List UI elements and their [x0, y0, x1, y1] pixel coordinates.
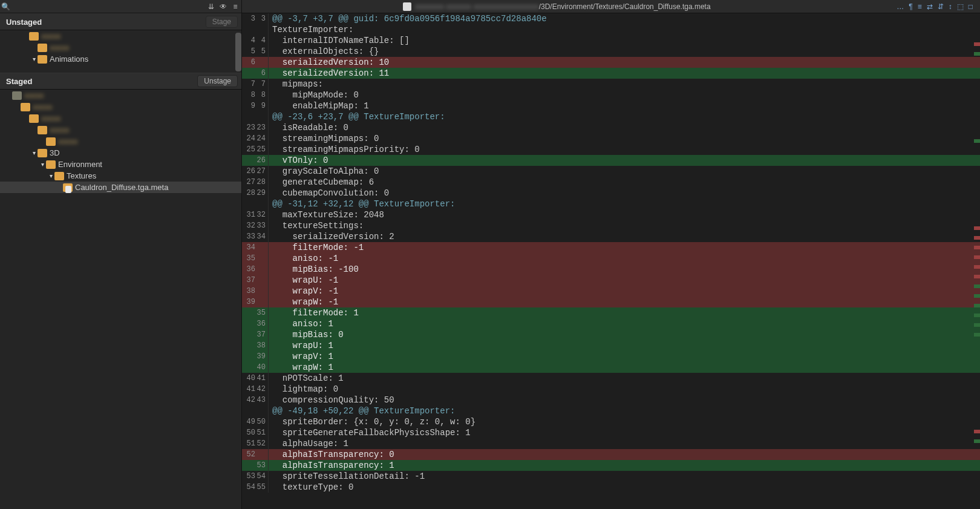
diff-line[interactable]: 4950 spriteBorder: {x: 0, y: 0, z: 0, w:…: [242, 416, 980, 427]
chevron-icon[interactable]: ▾: [47, 172, 54, 179]
toolbar-icon[interactable]: ⬚: [957, 2, 964, 11]
unstaged-scrollbar[interactable]: [235, 33, 241, 71]
toolbar-icon[interactable]: ≡: [918, 2, 922, 11]
diff-line[interactable]: 38 wrapV: -1: [242, 286, 980, 297]
toolbar-icon[interactable]: □: [969, 2, 973, 11]
toolbar-icon[interactable]: ⇵: [938, 2, 944, 11]
scroll-marker[interactable]: [974, 52, 980, 56]
scroll-marker[interactable]: [974, 265, 980, 269]
diff-line[interactable]: 5152 alphaUsage: 1: [242, 438, 980, 449]
diff-line[interactable]: @@ -31,12 +32,12 @@ TextureImporter:: [242, 199, 980, 209]
scroll-marker[interactable]: [974, 314, 980, 317]
tree-row[interactable]: ▾Environment: [0, 159, 241, 170]
tree-row[interactable]: xxxxx: [0, 113, 241, 124]
scroll-marker[interactable]: [974, 284, 980, 288]
diff-line[interactable]: 37 mipBias: 0: [242, 329, 980, 340]
toolbar-icon[interactable]: …: [897, 2, 904, 11]
scroll-marker[interactable]: [974, 333, 980, 337]
scroll-marker[interactable]: [974, 42, 980, 46]
menu-icon[interactable]: ≡: [229, 2, 241, 11]
diff-line[interactable]: 4243 compressionQuality: 50: [242, 395, 980, 406]
diff-line[interactable]: 4142 lightmap: 0: [242, 384, 980, 395]
toolbar-icon[interactable]: ⇄: [927, 2, 933, 11]
scroll-marker[interactable]: [974, 226, 980, 230]
diff-line[interactable]: 5354 spriteTessellationDetail: -1: [242, 471, 980, 482]
chevron-icon[interactable]: ▾: [30, 149, 38, 156]
scroll-marker[interactable]: [974, 275, 980, 278]
staged-tree[interactable]: xxxxxxxxxxxxxxxxxxxxxxxxx▾3D▾Environment…: [0, 90, 241, 509]
tree-row[interactable]: xxxxx: [0, 101, 241, 113]
scroll-marker[interactable]: [974, 304, 980, 307]
scroll-marker[interactable]: [974, 430, 980, 433]
chevron-icon[interactable]: ▾: [30, 56, 38, 62]
tree-row[interactable]: xxxxx: [0, 136, 241, 147]
diff-line[interactable]: 2728 generateCubemap: 6: [242, 177, 980, 188]
diff-line[interactable]: 2627 grayScaleToAlpha: 0: [242, 166, 980, 177]
diff-line[interactable]: 6 serializedVersion: 10: [242, 57, 980, 68]
diff-line[interactable]: @@ -23,6 +23,7 @@ TextureImporter:: [242, 111, 980, 122]
collapse-all-icon[interactable]: ⇊: [205, 2, 217, 11]
diff-line[interactable]: @@ -49,18 +50,22 @@ TextureImporter:: [242, 406, 980, 416]
toolbar-icon[interactable]: ¶: [909, 2, 912, 11]
tree-row[interactable]: Cauldron_Diffuse.tga.meta: [0, 182, 241, 193]
line-number-old: 31: [242, 209, 255, 220]
tree-row[interactable]: xxxxx: [0, 30, 241, 42]
diff-area[interactable]: 33@@ -3,7 +3,7 @@ guid: 6c9fd0a0956f1984…: [242, 13, 980, 509]
diff-line[interactable]: TextureImporter:: [242, 24, 980, 35]
diff-line[interactable]: 77 mipmaps:: [242, 79, 980, 90]
diff-line[interactable]: 52 alphaIsTransparency: 0: [242, 449, 980, 460]
diff-line[interactable]: 2323 isReadable: 0: [242, 122, 980, 133]
tree-row[interactable]: ▾Animations: [0, 53, 241, 65]
diff-scrollbar[interactable]: [974, 13, 980, 509]
scroll-marker[interactable]: [974, 294, 980, 298]
diff-line[interactable]: 39 wrapW: -1: [242, 297, 980, 307]
chevron-icon[interactable]: ▾: [39, 161, 46, 168]
diff-line[interactable]: 3132 maxTextureSize: 2048: [242, 209, 980, 220]
tree-row[interactable]: ▾3D: [0, 147, 241, 159]
visibility-icon[interactable]: 👁: [217, 2, 229, 11]
scroll-marker[interactable]: [974, 139, 980, 143]
unstaged-tree[interactable]: xxxxxxxxxx▾Animations: [0, 30, 241, 73]
tree-row[interactable]: ▾Textures: [0, 170, 241, 182]
diff-line[interactable]: 35 aniso: -1: [242, 253, 980, 264]
tree-row[interactable]: xxxxx: [0, 90, 241, 101]
diff-line[interactable]: 5051 spriteGenerateFallbackPhysicsShape:…: [242, 427, 980, 438]
diff-line[interactable]: 2829 cubemapConvolution: 0: [242, 188, 980, 199]
scroll-marker[interactable]: [974, 323, 980, 327]
tree-row[interactable]: xxxxx: [0, 42, 241, 53]
diff-line[interactable]: 3233 textureSettings:: [242, 220, 980, 231]
diff-line[interactable]: 26 vTOnly: 0: [242, 155, 980, 166]
tab-path[interactable]: /3D/Environment/Textures/Cauldron_Diffus…: [539, 2, 711, 11]
diff-line[interactable]: 5455 textureType: 0: [242, 482, 980, 493]
diff-line[interactable]: 33@@ -3,7 +3,7 @@ guid: 6c9fd0a0956f1984…: [242, 13, 980, 24]
diff-line[interactable]: 37 wrapU: -1: [242, 275, 980, 286]
line-number-new: 41: [255, 373, 269, 384]
scroll-marker[interactable]: [974, 246, 980, 249]
unstage-button[interactable]: Unstage: [197, 75, 238, 87]
diff-line[interactable]: 36 aniso: 1: [242, 318, 980, 329]
search-input[interactable]: [11, 1, 205, 12]
diff-line[interactable]: 88 mipMapMode: 0: [242, 90, 980, 100]
diff-line[interactable]: 34 filterMode: -1: [242, 242, 980, 253]
scroll-marker[interactable]: [974, 236, 980, 240]
line-content: streamingMipmaps: 0: [272, 133, 980, 144]
diff-line[interactable]: 55 externalObjects: {}: [242, 46, 980, 57]
stage-button[interactable]: Stage: [206, 16, 238, 28]
diff-line[interactable]: 36 mipBias: -100: [242, 264, 980, 275]
diff-line[interactable]: 35 filterMode: 1: [242, 307, 980, 318]
diff-line[interactable]: 38 wrapU: 1: [242, 340, 980, 351]
diff-line[interactable]: 39 wrapV: 1: [242, 351, 980, 362]
diff-line[interactable]: 6 serializedVersion: 11: [242, 68, 980, 79]
scroll-marker[interactable]: [974, 439, 980, 443]
diff-line[interactable]: 2525 streamingMipmapsPriority: 0: [242, 144, 980, 155]
scroll-marker[interactable]: [974, 255, 980, 259]
diff-line[interactable]: 40 wrapW: 1: [242, 362, 980, 373]
diff-line[interactable]: 4041 nPOTScale: 1: [242, 373, 980, 384]
diff-line[interactable]: 2424 streamingMipmaps: 0: [242, 133, 980, 144]
diff-line[interactable]: 44 internalIDToNameTable: []: [242, 35, 980, 46]
toolbar-icon[interactable]: ↕: [949, 2, 952, 11]
tree-row[interactable]: xxxxx: [0, 124, 241, 136]
diff-line[interactable]: 53 alphaIsTransparency: 1: [242, 460, 980, 471]
diff-line[interactable]: 3334 serializedVersion: 2: [242, 231, 980, 242]
diff-line[interactable]: 99 enableMipMap: 1: [242, 100, 980, 111]
